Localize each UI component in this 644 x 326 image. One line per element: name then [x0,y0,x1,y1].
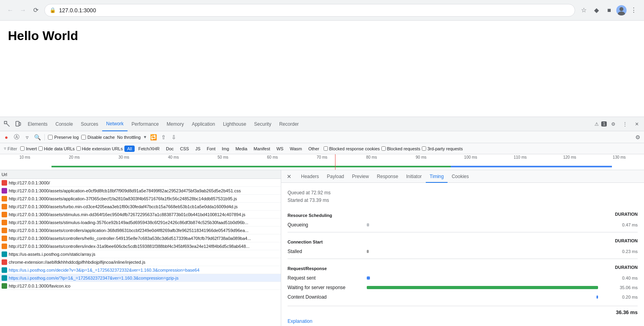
page-title: Hello World [8,29,636,43]
bookmark-button[interactable]: ☆ [578,5,589,16]
extension-button[interactable]: ◆ [591,5,602,16]
extensions-button[interactable]: ■ [604,5,615,16]
chrome-actions: ☆ ◆ ■ ⋮ [578,5,639,16]
page-content: Hello World [0,21,644,116]
nav-buttons: ← → ⟳ [5,5,41,16]
svg-point-0 [619,7,623,11]
svg-point-1 [618,12,625,15]
browser-chrome: ← → ⟳ 🔒 ☆ ◆ ■ ⋮ [0,0,644,21]
lock-icon: 🔒 [50,7,56,13]
forward-button[interactable]: → [17,5,29,16]
profile-avatar[interactable] [616,5,627,15]
back-button[interactable]: ← [5,5,16,16]
reload-button[interactable]: ⟳ [30,5,41,16]
address-bar[interactable]: 🔒 [44,4,575,17]
menu-button[interactable]: ⋮ [628,5,639,16]
url-input[interactable] [59,7,570,13]
